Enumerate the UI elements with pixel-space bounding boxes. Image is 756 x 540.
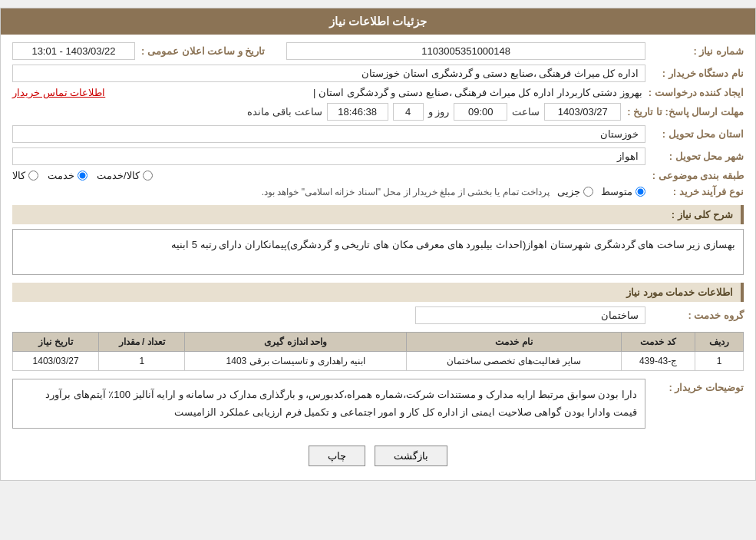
services-table-section: ردیف کد خدمت نام خدمت واحد اندازه گیری ت… bbox=[12, 332, 744, 371]
cell-name: سایر فعالیت‌های تخصصی ساختمان bbox=[407, 352, 622, 371]
noeFarayand-note: پرداخت تمام یا بخشی از مبلغ خریدار از مح… bbox=[262, 187, 550, 197]
buyer-notes-label: توضیحات خریدار : bbox=[652, 382, 744, 393]
cell-kod: ج-43-439 bbox=[621, 352, 695, 371]
noeFarayand-option-motavasset[interactable]: متوسط bbox=[601, 186, 645, 197]
page-header: جزئیات اطلاعات نیاز bbox=[1, 8, 755, 35]
rooz-value: 4 bbox=[393, 103, 424, 121]
tabaqe-option-kala-khedmat[interactable]: کالا/خدمت bbox=[97, 170, 153, 181]
cell-tedad: 1 bbox=[99, 352, 185, 371]
shahr-label: شهر محل تحویل : bbox=[652, 151, 744, 162]
back-button[interactable]: بازگشت bbox=[375, 446, 447, 466]
remaining-value: 18:46:38 bbox=[327, 103, 388, 121]
shomareNiaz-label: شماره نیاز : bbox=[652, 45, 744, 57]
noeFarayand-process-row: متوسط جزیی پرداخت تمام یا بخشی از مبلغ خ… bbox=[12, 186, 645, 197]
groheKhedmat-label: گروه خدمت : bbox=[652, 310, 744, 321]
sharhKoli-value: بهسازی زیر ساخت های گردشگری شهرستان اهوا… bbox=[12, 229, 744, 275]
ijadKonande-value: بهروز دشتی کاربردار اداره کل میراث فرهنگ… bbox=[111, 87, 642, 98]
cell-vahed: ابنیه راهداری و تاسیسات برقی 1403 bbox=[185, 352, 407, 371]
ostan-value: خوزستان bbox=[12, 125, 645, 143]
buyer-notes-value: دارا بودن سوابق مرتبط ارایه مدارک و مستن… bbox=[12, 379, 645, 429]
noeFarayand-option-jozii[interactable]: جزیی bbox=[557, 186, 593, 197]
shomareNiaz-value: 1103005351000148 bbox=[286, 42, 645, 60]
saat-value: 09:00 bbox=[454, 103, 507, 121]
services-table: ردیف کد خدمت نام خدمت واحد اندازه گیری ت… bbox=[12, 332, 744, 371]
tabaqe-option-khedmat[interactable]: خدمت bbox=[48, 170, 87, 181]
col-name: نام خدمت bbox=[407, 333, 622, 352]
ijadKonande-label: ایجاد کننده درخواست : bbox=[649, 87, 744, 98]
mohlat-label: مهلت ارسال پاسخ: تا تاریخ : bbox=[627, 106, 744, 118]
tarikhSaat-label: تاریخ و ساعت اعلان عمومی : bbox=[141, 45, 265, 57]
khadamat-section-title: اطلاعات خدمات مورد نیاز bbox=[12, 283, 744, 302]
saat-label: ساعت bbox=[512, 106, 540, 118]
table-row: 1 ج-43-439 سایر فعالیت‌های تخصصی ساختمان… bbox=[13, 352, 744, 371]
groheKhedmat-value: ساختمان bbox=[415, 306, 645, 324]
tabaqe-label: طبقه بندی موضوعی : bbox=[652, 170, 744, 181]
noeFarayand-label: نوع فرآیند خرید : bbox=[652, 186, 744, 197]
col-tarikh: تاریخ نیاز bbox=[13, 333, 99, 352]
page-title: جزئیات اطلاعات نیاز bbox=[329, 15, 427, 28]
shahr-value: اهواز bbox=[12, 147, 645, 165]
cell-tarikh: 1403/03/27 bbox=[13, 352, 99, 371]
sharhKoli-section-title: شرح کلی نیاز : bbox=[12, 205, 744, 224]
remaining-label: ساعت باقی مانده bbox=[247, 106, 322, 118]
col-tedad: تعداد / مقدار bbox=[99, 333, 185, 352]
namDastgah-label: نام دستگاه خریدار : bbox=[652, 68, 744, 79]
col-kod: کد خدمت bbox=[621, 333, 695, 352]
print-button[interactable]: چاپ bbox=[309, 446, 365, 466]
button-row: بازگشت چاپ bbox=[12, 446, 744, 466]
col-radif: ردیف bbox=[695, 333, 744, 352]
ostan-label: استان محل تحویل : bbox=[652, 128, 744, 140]
col-vahed: واحد اندازه گیری bbox=[185, 333, 407, 352]
date-value: 1403/03/27 bbox=[544, 103, 621, 121]
cell-radif: 1 bbox=[695, 352, 744, 371]
namDastgah-value: اداره کل میراث فرهنگی ،صنایع دستی و گردش… bbox=[12, 65, 645, 82]
tabaqe-radio-group: کالا/خدمت خدمت کالا bbox=[12, 170, 645, 181]
tarikhSaat-value: 1403/03/22 - 13:01 bbox=[12, 42, 135, 60]
ijadKonande-link[interactable]: اطلاعات تماس خریدار bbox=[12, 87, 105, 98]
tabaqe-option-kala[interactable]: کالا bbox=[12, 170, 38, 181]
rooz-label: روز و bbox=[428, 106, 450, 118]
